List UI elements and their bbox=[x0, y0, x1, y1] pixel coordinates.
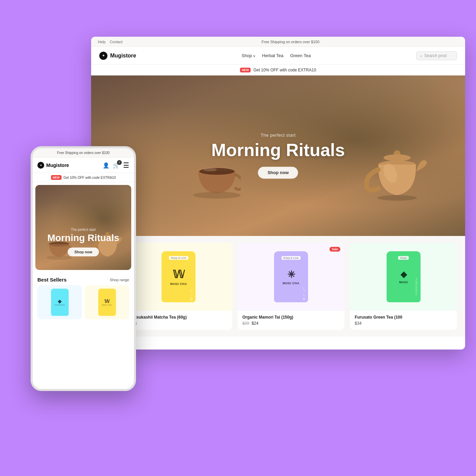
mobile-promo-badge: New bbox=[51, 175, 62, 180]
can-text: やし糖 bbox=[189, 288, 193, 295]
cart-icon[interactable]: 🛒 3 bbox=[113, 162, 120, 169]
mobile-bestsellers-title: Best Sellers bbox=[37, 277, 67, 283]
hero-title: Morning Rituals bbox=[211, 140, 345, 160]
product-name-2: Natsukashii Matcha Tea (60g) bbox=[130, 315, 227, 320]
product-card-2[interactable]: Enjoy & Love 𝕎 MUGI CHA やし糖 Natsukashii … bbox=[125, 243, 232, 330]
desktop-browser-window: Help Contact Free Shipping on orders ove… bbox=[91, 37, 465, 350]
desktop-products-grid: Enjoy & Love 𝕎 MUGI CHA やし糖 Natsukashii … bbox=[91, 236, 465, 337]
mobile-promo-strip: New Get 10% OFF with code EXTRA10 bbox=[33, 173, 134, 182]
can-label-purple: Enjoy & Love bbox=[282, 256, 301, 260]
hero-shop-now-button[interactable]: Shop now bbox=[258, 167, 298, 179]
mobile-nav: ✦ Mugistore 👤 🛒 3 ☰ bbox=[33, 158, 134, 173]
nav-herbal-link[interactable]: Herbal Tea bbox=[262, 53, 284, 58]
hero-subtitle: The perfect start bbox=[211, 133, 345, 138]
mini-can-logo-2: 𝕎 bbox=[104, 299, 110, 304]
nav-shop-link[interactable]: Shop bbox=[242, 53, 255, 58]
contact-link[interactable]: Contact bbox=[110, 40, 123, 44]
product-price-4: $34 bbox=[355, 321, 452, 326]
search-icon: ⌕ bbox=[420, 53, 422, 58]
hero-content: The perfect start Morning Rituals Shop n… bbox=[211, 133, 345, 178]
mini-can-text-2: MUGI CHA bbox=[102, 304, 112, 306]
mobile-bestsellers-header: Best Sellers Shop range bbox=[33, 273, 134, 285]
mobile-logo-name: Mugistore bbox=[46, 163, 69, 168]
hero-teapot-image bbox=[363, 148, 438, 216]
svg-point-5 bbox=[384, 154, 411, 161]
product-can-purple: Enjoy & Love ✳ MUGI CHA いつも糖 bbox=[274, 251, 308, 302]
price-old: $29 bbox=[242, 321, 249, 326]
top-bar-promo: Free Shipping on orders over $100 bbox=[261, 40, 319, 44]
desktop-nav: Mugistore Shop Herbal Tea Green Tea ⌕ Se… bbox=[91, 47, 465, 65]
mobile-product-card-1[interactable]: ◆ FURUSATO bbox=[37, 285, 82, 319]
product-price-3: $29 $24 bbox=[242, 321, 340, 326]
logo-name: Mugistore bbox=[110, 53, 136, 59]
help-link[interactable]: Help bbox=[98, 40, 106, 44]
cart-count-badge: 3 bbox=[117, 160, 122, 165]
mobile-hero-content: The perfect start Morning Rituals Shop n… bbox=[35, 228, 131, 256]
desktop-nav-links: Shop Herbal Tea Green Tea bbox=[242, 53, 311, 58]
product-info-2: Natsukashii Matcha Tea (60g) $26 bbox=[125, 311, 232, 330]
mobile-top-promo: Free Shipping on orders over $100 bbox=[57, 151, 110, 155]
can-text-purple: いつも糖 bbox=[302, 285, 305, 295]
sale-badge: Sale bbox=[329, 247, 341, 252]
user-icon[interactable]: 👤 bbox=[103, 162, 109, 169]
can-logo: 𝕎 bbox=[173, 268, 185, 281]
desktop-hero: The perfect start Morning Rituals Shop n… bbox=[91, 75, 465, 236]
mobile-top-bar: Free Shipping on orders over $100 bbox=[33, 148, 134, 158]
product-can-green: Enjoy ◆ MUGI FURUSATO bbox=[387, 251, 421, 302]
can-brand: MUGI CHA bbox=[170, 282, 187, 286]
mobile-tea-can-cyan: ◆ FURUSATO bbox=[51, 289, 69, 316]
mobile-product-img-2: 𝕎 MUGI CHA bbox=[85, 285, 129, 319]
product-info-4: Furusato Green Tea (100 $34 bbox=[350, 311, 457, 330]
can-logo-purple: ✳ bbox=[287, 269, 295, 280]
can-text-green: FURUSATO bbox=[415, 278, 418, 295]
menu-icon[interactable]: ☰ bbox=[123, 161, 129, 169]
product-card-4[interactable]: Enjoy ◆ MUGI FURUSATO Furusato Green Tea… bbox=[350, 243, 457, 330]
desktop-logo[interactable]: Mugistore bbox=[99, 52, 136, 60]
promo-text: Get 10% OFF with code EXTRA10 bbox=[253, 68, 316, 72]
mobile-hero-title: Morning Rituals bbox=[35, 233, 131, 243]
mobile-products-row: ◆ FURUSATO 𝕎 MUGI CHA bbox=[33, 285, 134, 319]
mobile-hero-shop-now-button[interactable]: Shop now bbox=[68, 248, 99, 256]
mini-can-logo-1: ◆ bbox=[58, 299, 62, 304]
mobile-nav-icons: 👤 🛒 3 ☰ bbox=[103, 161, 129, 169]
product-price-2: $26 bbox=[130, 321, 227, 326]
product-can-yellow: Enjoy & Love 𝕎 MUGI CHA やし糖 bbox=[162, 251, 196, 302]
can-logo-green: ◆ bbox=[401, 270, 407, 279]
mobile-phone: Free Shipping on orders over $100 ✦ Mugi… bbox=[31, 146, 136, 391]
mini-can-text-1: FURUSATO bbox=[54, 304, 65, 306]
product-info-3: Organic Mamori Tai (150g) $29 $24 bbox=[238, 311, 345, 330]
mobile-shop-range-link[interactable]: Shop range bbox=[110, 278, 129, 282]
mobile-product-img-1: ◆ FURUSATO bbox=[37, 285, 82, 319]
mobile-logo-icon: ✦ bbox=[37, 162, 44, 169]
product-card-3[interactable]: Sale Enjoy & Love ✳ MUGI CHA いつも糖 Organi… bbox=[238, 243, 345, 330]
product-name-4: Furusato Green Tea (100 bbox=[355, 315, 452, 320]
top-bar-links: Help Contact bbox=[98, 40, 123, 44]
can-label-green: Enjoy bbox=[398, 256, 409, 260]
can-label: Enjoy & Love bbox=[169, 256, 188, 260]
product-name-3: Organic Mamori Tai (150g) bbox=[242, 315, 340, 320]
desktop-search-box[interactable]: ⌕ Search prod bbox=[416, 51, 457, 60]
can-brand-purple: MUGI CHA bbox=[283, 282, 300, 285]
search-placeholder: Search prod bbox=[424, 53, 446, 58]
mobile-tea-can-yellow: 𝕎 MUGI CHA bbox=[98, 289, 116, 316]
mobile-product-card-2[interactable]: 𝕎 MUGI CHA bbox=[85, 285, 129, 319]
mobile-hero-subtitle: The perfect start bbox=[35, 228, 131, 232]
price-new: $24 bbox=[252, 321, 258, 326]
logo-icon bbox=[99, 52, 107, 60]
nav-green-link[interactable]: Green Tea bbox=[290, 53, 310, 58]
promo-badge: New bbox=[240, 68, 251, 72]
mobile-logo[interactable]: ✦ Mugistore bbox=[37, 162, 69, 169]
can-brand-green: MUGI bbox=[399, 280, 408, 284]
svg-point-2 bbox=[193, 192, 241, 199]
svg-point-8 bbox=[377, 195, 417, 201]
desktop-promo-bar: New Get 10% OFF with code EXTRA10 bbox=[91, 65, 465, 75]
desktop-top-bar: Help Contact Free Shipping on orders ove… bbox=[91, 37, 465, 47]
mobile-hero: The perfect start Morning Rituals Shop n… bbox=[35, 185, 131, 270]
mobile-promo-text: Get 10% OFF with code EXTRA10 bbox=[64, 176, 116, 180]
